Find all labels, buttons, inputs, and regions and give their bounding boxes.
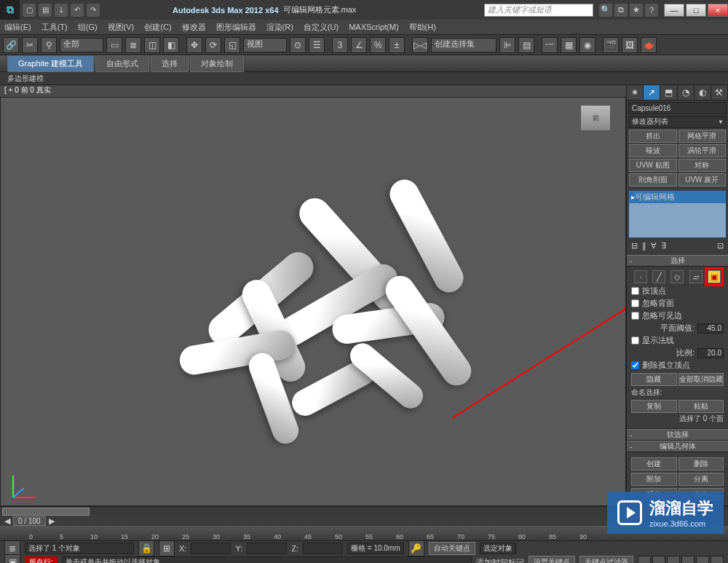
stack-item-editable-mesh[interactable]: ▸ 可编辑网格 [629, 191, 726, 203]
select-region-icon[interactable]: ◫ [144, 37, 160, 53]
rendered-frame-icon[interactable]: 🖼 [622, 37, 638, 53]
mod-btn-symmetry[interactable]: 对称 [678, 159, 727, 172]
move-icon[interactable]: ✥ [186, 37, 202, 53]
paste-named-button[interactable]: 粘贴 [678, 400, 724, 413]
rollout-softsel-header[interactable]: 软选择 [627, 429, 728, 441]
chk-ignore-backface[interactable] [631, 299, 639, 307]
pivot-icon[interactable]: ⊙ [290, 37, 306, 53]
select-icon[interactable]: ▭ [106, 37, 122, 53]
help-search-input[interactable]: 建入关键字或短语 [484, 4, 593, 17]
ribbon-tab-graphite[interactable]: Graphite 建模工具 [7, 55, 94, 72]
time-slider-knob[interactable]: 0 / 100 [13, 516, 46, 526]
normal-scale-input[interactable] [697, 348, 724, 358]
mirror-icon[interactable]: ▷◁ [412, 37, 428, 53]
render-icon[interactable]: 🫖 [641, 37, 657, 53]
geom-delete-button[interactable]: 删除 [678, 457, 724, 471]
bind-icon[interactable]: ⚲ [41, 37, 57, 53]
qa-open-icon[interactable]: ▤ [39, 4, 52, 17]
curve-editor-icon[interactable]: 〰 [542, 37, 558, 53]
rollout-editgeom-header[interactable]: 编辑几何体 [627, 441, 728, 452]
menu-render[interactable]: 渲染(R) [266, 22, 293, 33]
layers-icon[interactable]: ▤ [518, 37, 534, 53]
planar-threshold-input[interactable] [697, 323, 724, 334]
subobj-edge-icon[interactable]: ╱ [652, 270, 665, 283]
unlink-icon[interactable]: ✂ [22, 37, 38, 53]
qa-save-icon[interactable]: ⤓ [55, 4, 68, 17]
stack-unique-icon[interactable]: ∀ [651, 241, 657, 251]
viewport[interactable]: 前 [0, 97, 626, 506]
angle-snap-icon[interactable]: ∠ [351, 37, 367, 53]
mod-btn-sweep[interactable]: 剖角剖面 [629, 173, 677, 186]
mod-btn-uvwmap[interactable]: UVW 贴图 [629, 159, 677, 172]
window-minimize-button[interactable]: — [664, 4, 684, 17]
nav-zoom-icon[interactable] [652, 556, 665, 563]
stack-remove-icon[interactable]: ∃ [661, 241, 666, 251]
mod-btn-noise[interactable]: 噪波 [629, 144, 677, 157]
subobj-vertex-icon[interactable]: · [634, 270, 647, 283]
material-editor-icon[interactable]: ◉ [579, 37, 596, 53]
geom-create-button[interactable]: 创建 [631, 457, 677, 471]
chk-ignore-visedge[interactable] [631, 312, 639, 320]
y-field[interactable] [247, 543, 287, 554]
qa-redo-icon[interactable]: ↷ [87, 4, 100, 17]
ribbon-tab-freeform[interactable]: 自由形式 [95, 55, 149, 72]
rotate-icon[interactable]: ⟳ [205, 37, 221, 53]
menu-customize[interactable]: 自定义(U) [304, 22, 339, 33]
infocenter-star-icon[interactable]: ★ [630, 4, 643, 17]
nav-maxtoggle-icon[interactable] [711, 556, 724, 563]
keymode-dropdown[interactable]: 选定对象 [480, 543, 516, 554]
ribbon-tab-paint[interactable]: 对象绘制 [190, 55, 244, 72]
geom-detach-button[interactable]: 分离 [678, 473, 724, 486]
nav-pan-icon[interactable] [638, 556, 651, 563]
infocenter-search-icon[interactable]: 🔍 [599, 4, 612, 17]
chk-show-normals[interactable] [631, 336, 639, 345]
cp-tab-create-icon[interactable]: ✷ [627, 85, 644, 100]
time-prev-icon[interactable]: ◀ [4, 516, 10, 526]
keyfilter-button[interactable]: 关键点过滤器 [579, 556, 633, 563]
x-field[interactable] [191, 543, 231, 554]
cp-tab-motion-icon[interactable]: ◔ [678, 85, 695, 100]
render-setup-icon[interactable]: 🎬 [603, 37, 619, 53]
coord-display-icon[interactable]: ⊞ [159, 540, 175, 556]
manip-icon[interactable]: ☰ [309, 37, 325, 53]
modifier-list-dropdown[interactable]: 修改器列表 [628, 116, 727, 128]
snap-icon[interactable]: 3 [332, 37, 348, 53]
align-icon[interactable]: ⊫ [499, 37, 515, 53]
window-maximize-button[interactable]: □ [686, 4, 706, 17]
menu-tools[interactable]: 工具(T) [41, 22, 68, 33]
chk-by-vertex[interactable] [631, 287, 639, 295]
qa-undo-icon[interactable]: ↶ [71, 4, 84, 17]
infocenter-sub-icon[interactable]: ⧉ [614, 4, 628, 17]
modifier-stack[interactable]: ▸ 可编辑网格 [628, 190, 727, 238]
cp-tab-modify-icon[interactable]: ↗ [644, 85, 660, 100]
object-name-field[interactable]: Capsule016 [628, 102, 727, 114]
menu-modifiers[interactable]: 修改器 [182, 22, 206, 33]
stack-pin-icon[interactable]: ⊟ [631, 241, 638, 251]
infocenter-help-icon[interactable]: ? [645, 4, 658, 17]
stack-show-icon[interactable]: ‖ [642, 241, 646, 251]
menu-help[interactable]: 帮助(H) [409, 22, 436, 33]
menu-create[interactable]: 创建(C) [144, 22, 171, 33]
unhide-all-button[interactable]: 全部取消隐藏 [678, 373, 724, 386]
named-selection-dropdown[interactable]: 创建选择集 [431, 38, 496, 52]
hide-button[interactable]: 隐藏 [631, 373, 677, 386]
menu-views[interactable]: 视图(V) [108, 22, 135, 33]
link-icon[interactable]: 🔗 [3, 37, 19, 53]
rollout-selection-header[interactable]: 选择 [627, 255, 728, 267]
setkey-button[interactable]: 设置关键点 [529, 556, 575, 563]
chk-delete-iso[interactable] [631, 361, 639, 369]
z-field[interactable] [303, 543, 343, 554]
spinner-snap-icon[interactable]: ± [389, 37, 405, 53]
cp-tab-utilities-icon[interactable]: ⚒ [711, 85, 728, 100]
menu-maxscript[interactable]: MAXScript(M) [349, 23, 398, 31]
qa-new-icon[interactable]: ▢ [23, 4, 36, 17]
mod-btn-turbosmooth[interactable]: 涡轮平滑 [678, 144, 727, 157]
autokey-button[interactable]: 自动关键点 [429, 542, 475, 555]
nav-orbit-icon[interactable] [696, 556, 709, 563]
copy-named-button[interactable]: 复制 [631, 400, 677, 413]
subobj-poly-icon[interactable]: ▱ [689, 270, 703, 283]
mod-btn-extrude[interactable]: 挤出 [629, 130, 677, 143]
nav-zoomext-icon[interactable] [667, 556, 680, 563]
nav-fov-icon[interactable] [681, 556, 695, 563]
menu-group[interactable]: 组(G) [78, 22, 98, 33]
